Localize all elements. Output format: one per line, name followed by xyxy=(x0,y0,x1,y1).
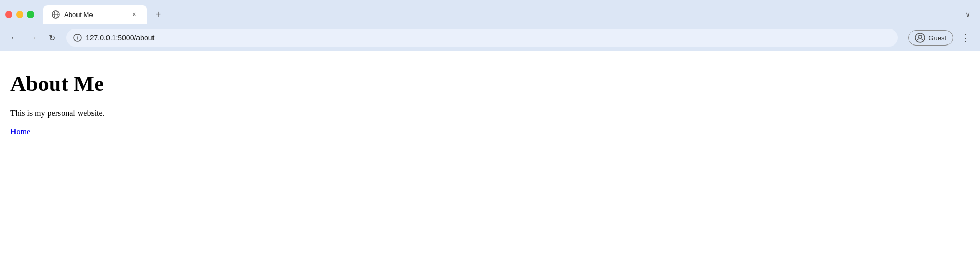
close-button[interactable] xyxy=(5,11,12,18)
info-icon xyxy=(73,34,82,42)
back-button[interactable]: ← xyxy=(6,29,23,46)
address-bar-wrapper xyxy=(66,29,898,47)
page-paragraph: This is my personal website. xyxy=(10,109,970,118)
profile-icon xyxy=(915,33,925,43)
browser-chrome: About Me × + ∨ ← → ↻ Guest xyxy=(0,0,980,51)
more-options-button[interactable]: ⋮ xyxy=(957,29,974,46)
forward-button[interactable]: → xyxy=(25,29,41,46)
minimize-button[interactable] xyxy=(16,11,23,18)
window-controls xyxy=(5,11,34,18)
tab-bar: About Me × + ∨ xyxy=(0,0,980,25)
new-tab-button[interactable]: + xyxy=(151,7,165,22)
tab-close-button[interactable]: × xyxy=(130,10,139,19)
svg-point-7 xyxy=(918,35,922,38)
page-content: About Me This is my personal website. Ho… xyxy=(0,51,980,247)
reload-button[interactable]: ↻ xyxy=(43,29,60,46)
tab-title: About Me xyxy=(64,11,126,19)
nav-bar: ← → ↻ Guest ⋮ xyxy=(0,25,980,51)
page-heading: About Me xyxy=(10,71,970,96)
home-link[interactable]: Home xyxy=(10,127,30,136)
maximize-button[interactable] xyxy=(27,11,34,18)
browser-expand-button[interactable]: ∨ xyxy=(960,7,975,22)
profile-label: Guest xyxy=(928,34,946,42)
tab-bar-right: ∨ xyxy=(960,7,975,22)
svg-point-5 xyxy=(77,36,78,37)
tab-favicon-icon xyxy=(52,10,60,19)
address-input[interactable] xyxy=(86,34,891,42)
active-tab[interactable]: About Me × xyxy=(43,5,147,24)
profile-button[interactable]: Guest xyxy=(908,30,953,46)
